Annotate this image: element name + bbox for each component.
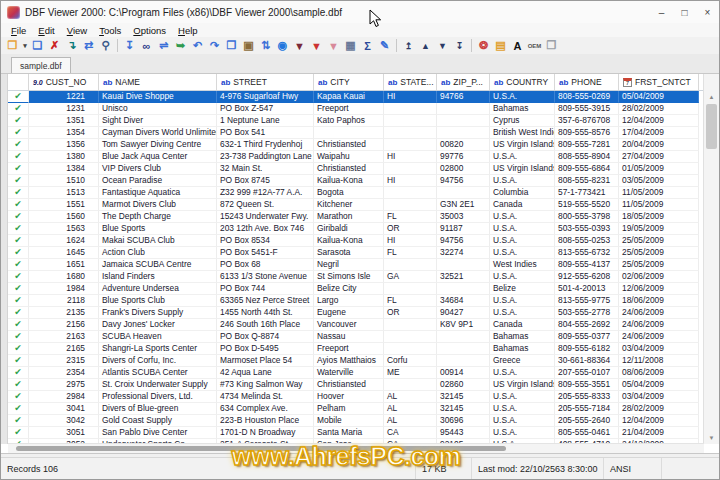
cell-state[interactable]: AL [384,415,437,427]
column-header-name[interactable]: abNAME [99,74,217,90]
update-check-button[interactable]: ◉ [274,38,291,54]
cell-street[interactable]: 632-1 Third Frydenhoj [217,139,314,151]
cell-country[interactable]: U.S.A. [490,247,555,259]
cell-name[interactable]: Blue Sports Club [99,295,217,307]
cell-city[interactable]: Sarasota [314,247,384,259]
cell-cust-no[interactable]: 2984 [29,391,99,403]
table-row[interactable]: ✔1645Action ClubPO Box 5451-FSarasotaFL3… [8,247,704,259]
cell-cust-no[interactable]: 1551 [29,199,99,211]
open-file-dropdown-button[interactable]: ▾ [21,38,29,54]
delete-record-button[interactable]: ✗ [46,38,63,54]
cell-name[interactable]: Unisco [99,103,217,115]
cell-cust-no[interactable]: 1984 [29,283,99,295]
cell-name[interactable]: Kauai Dive Shoppe [99,91,217,103]
cell-frst-cntct[interactable]: 03/04/2009 [619,391,699,403]
cell-name[interactable]: Ocean Paradise [99,175,217,187]
cell-cust-no[interactable]: 2315 [29,355,99,367]
cell-state[interactable]: FL [384,295,437,307]
cell-street[interactable]: PO Box D-5495 [217,343,314,355]
column-header-state[interactable]: abSTATE... [384,74,437,90]
cell-street[interactable]: PO Box 744 [217,283,314,295]
cell-frst-cntct[interactable]: 24/06/2009 [619,331,699,343]
maximize-button[interactable]: □ [673,1,696,23]
font-button[interactable]: A [509,38,526,54]
cell-street[interactable]: 246 South 16th Place [217,319,314,331]
scroll-up-icon[interactable]: ▲ [704,91,719,103]
cell-frst-cntct[interactable]: 11/05/2009 [619,187,699,199]
table-row[interactable]: ✔1984Adventure UnderseaPO Box 744Belize … [8,283,704,295]
cell-name[interactable]: Atlantis SCUBA Center [99,367,217,379]
cell-cust-no[interactable]: 3041 [29,403,99,415]
cell-zip-p[interactable]: 95443 [437,427,490,439]
cell-state[interactable] [384,187,437,199]
cell-country[interactable]: Bahamas [490,103,555,115]
cell-zip-p[interactable] [437,331,490,343]
cell-state[interactable]: HI [384,235,437,247]
cell-country[interactable]: US Virgin Islands [490,163,555,175]
cell-cust-no[interactable]: 1645 [29,247,99,259]
cell-frst-cntct[interactable]: 24/06/2009 [619,319,699,331]
cell-phone[interactable]: 207-555-0107 [555,367,619,379]
cell-name[interactable]: Fantastique Aquatica [99,187,217,199]
cell-city[interactable]: Christiansted [314,139,384,151]
table-row[interactable]: ✔1513Fantastique AquaticaZ32 999 #12A-77… [8,187,704,199]
cell-name[interactable]: Action Club [99,247,217,259]
menu-edit[interactable]: Edit [32,25,60,36]
cell-phone[interactable]: 912-555-6208 [555,271,619,283]
cell-frst-cntct[interactable]: 12/06/2009 [619,283,699,295]
cell-phone[interactable]: 503-555-0393 [555,223,619,235]
cell-city[interactable]: Hoover [314,391,384,403]
column-header-street[interactable]: abSTREET [217,74,314,90]
set-filter-button[interactable]: ▼ [308,38,325,54]
cell-phone[interactable]: 808-555-8904 [555,151,619,163]
cell-phone[interactable]: 809-555-3551 [555,379,619,391]
cell-state[interactable] [384,379,437,391]
vertical-scrollbar-thumb[interactable] [706,104,717,149]
cell-street[interactable]: 223-B Houston Place [217,415,314,427]
table-row[interactable]: ✔1356Tom Sawyer Diving Centre632-1 Third… [8,139,704,151]
sort-button[interactable]: ⇅ [257,38,274,54]
cell-name[interactable]: Marmot Divers Club [99,199,217,211]
column-header-phone[interactable]: abPHONE [555,74,619,90]
cell-country[interactable]: Cyprus [490,115,555,127]
cell-street[interactable]: PO Box 5451-F [217,247,314,259]
cell-state[interactable]: CA [384,427,437,439]
cell-name[interactable]: SCUBA Heaven [99,331,217,343]
cell-frst-cntct[interactable]: 02/06/2009 [619,271,699,283]
cell-country[interactable]: U.S.A. [490,403,555,415]
cell-name[interactable]: San Pablo Dive Center [99,427,217,439]
cell-frst-cntct[interactable]: 11/05/2009 [619,199,699,211]
cell-zip-p[interactable]: 32521 [437,271,490,283]
cell-frst-cntct[interactable]: 12/04/2009 [619,115,699,127]
cell-street[interactable]: 1455 North 44th St. [217,307,314,319]
cell-cust-no[interactable]: 1651 [29,259,99,271]
next-record-button[interactable]: ▼ [434,38,451,54]
cell-phone[interactable]: 809-555-3915 [555,103,619,115]
cell-city[interactable]: Ayios Matthaios [314,355,384,367]
menu-tools[interactable]: Tools [93,25,127,36]
cell-phone[interactable]: 57-1-773421 [555,187,619,199]
cell-street[interactable]: 6133 1/3 Stone Avenue [217,271,314,283]
cell-frst-cntct[interactable]: 18/05/2009 [619,211,699,223]
cell-cust-no[interactable]: 1563 [29,223,99,235]
cell-country[interactable]: U.S.A. [490,175,555,187]
table-row[interactable]: ✔1651Jamaica SCUBA CentrePO Box 68Negril… [8,259,704,271]
cell-country[interactable]: U.S.A. [490,235,555,247]
table-row[interactable]: ✔1510Ocean ParadisePO Box 8745Kailua-Kon… [8,175,704,187]
cell-country[interactable]: Canada [490,199,555,211]
cell-country[interactable]: Belize [490,283,555,295]
undo-button[interactable]: ↶ [189,38,206,54]
cell-street[interactable]: 42 Aqua Lane [217,367,314,379]
table-row[interactable]: ✔1563Blue Sports203 12th Ave. Box 746Gir… [8,223,704,235]
cell-name[interactable]: Davy Jones' Locker [99,319,217,331]
cell-name[interactable]: Frank's Divers Supply [99,307,217,319]
cell-city[interactable]: Christiansted [314,163,384,175]
cell-phone[interactable]: 800-555-3798 [555,211,619,223]
cell-cust-no[interactable]: 1560 [29,211,99,223]
cell-name[interactable]: Divers of Blue-green [99,403,217,415]
cell-frst-cntct[interactable]: 20/04/2009 [619,139,699,151]
search-button[interactable]: ⚲ [97,38,114,54]
cell-country[interactable]: Bahamas [490,331,555,343]
cell-cust-no[interactable]: 2165 [29,343,99,355]
find-next-button[interactable]: ➥ [172,38,189,54]
